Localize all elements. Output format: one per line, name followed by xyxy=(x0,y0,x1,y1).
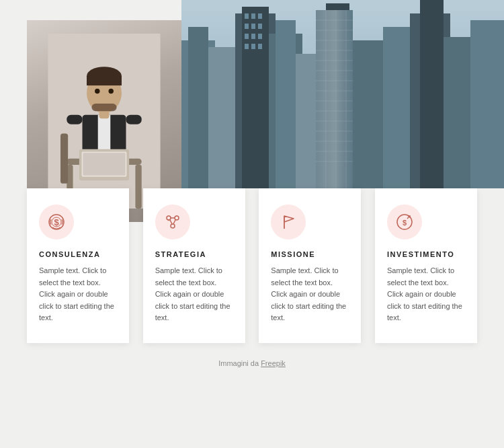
strategia-text: Sample text. Click to select the text bo… xyxy=(155,265,233,324)
svg-rect-18 xyxy=(251,13,255,19)
svg-rect-23 xyxy=(245,34,249,39)
svg-rect-20 xyxy=(245,24,249,29)
svg-rect-62 xyxy=(67,115,82,124)
svg-line-75 xyxy=(173,220,175,224)
svg-rect-21 xyxy=(251,24,255,29)
svg-rect-1 xyxy=(188,27,208,188)
money-circle-icon: $ xyxy=(47,213,66,231)
svg-rect-13 xyxy=(420,0,444,188)
svg-rect-67 xyxy=(83,153,125,175)
footer-credit-text: Immagini da xyxy=(218,359,259,367)
svg-rect-17 xyxy=(245,13,249,19)
missione-title: MISSIONE xyxy=(271,250,349,258)
person-illustration xyxy=(44,34,165,209)
page-wrapper: $ CONSULENZA Sample text. Click to selec… xyxy=(0,0,504,387)
svg-rect-15 xyxy=(470,20,504,188)
footer-credit-link[interactable]: Freepik xyxy=(261,359,286,367)
cards-section: $ CONSULENZA Sample text. Click to selec… xyxy=(0,188,504,343)
investimento-icon-wrapper: $ xyxy=(387,204,422,239)
investment-icon: $ xyxy=(395,213,414,231)
svg-point-73 xyxy=(171,224,175,228)
card-consulenza[interactable]: $ CONSULENZA Sample text. Click to selec… xyxy=(27,188,129,343)
city-image xyxy=(181,0,504,188)
svg-rect-11 xyxy=(383,27,413,188)
consulenza-text: Sample text. Click to select the text bo… xyxy=(39,265,117,324)
card-missione[interactable]: MISSIONE Sample text. Click to select th… xyxy=(259,188,361,343)
svg-rect-59 xyxy=(91,104,116,111)
svg-line-76 xyxy=(170,220,172,224)
missione-icon-wrapper xyxy=(271,204,306,239)
svg-rect-58 xyxy=(87,76,122,85)
card-strategia[interactable]: ✕ · STRATEGIA Sample text. Click to sele… xyxy=(143,188,245,343)
strategia-title: STRATEGIA xyxy=(155,250,233,258)
svg-point-61 xyxy=(109,89,114,94)
svg-rect-52 xyxy=(60,134,68,184)
svg-text:$: $ xyxy=(403,219,407,227)
investimento-text: Sample text. Click to select the text bo… xyxy=(387,265,465,324)
svg-rect-6 xyxy=(276,20,296,188)
images-section xyxy=(0,0,504,215)
flag-icon xyxy=(279,213,298,231)
consulenza-title: CONSULENZA xyxy=(39,250,117,258)
card-investimento[interactable]: $ INVESTIMENTO Sample text. Click to sel… xyxy=(375,188,477,343)
svg-rect-22 xyxy=(258,24,262,29)
svg-rect-2 xyxy=(208,47,235,188)
svg-rect-28 xyxy=(258,44,262,49)
svg-rect-10 xyxy=(353,40,386,188)
svg-rect-63 xyxy=(126,115,142,124)
investimento-title: INVESTIMENTO xyxy=(387,250,465,258)
svg-text:✕: ✕ xyxy=(167,218,170,222)
svg-point-60 xyxy=(95,89,99,94)
strategy-icon: ✕ · xyxy=(163,213,182,231)
strategia-icon-wrapper: ✕ · xyxy=(155,204,190,239)
consulenza-icon-wrapper: $ xyxy=(39,204,74,239)
svg-rect-19 xyxy=(258,13,262,19)
svg-text:·: · xyxy=(176,213,177,217)
footer-credit: Immagini da Freepik xyxy=(0,359,504,367)
svg-rect-25 xyxy=(258,34,262,39)
svg-rect-27 xyxy=(251,44,255,49)
svg-rect-26 xyxy=(245,44,249,49)
svg-rect-24 xyxy=(251,34,255,39)
svg-rect-54 xyxy=(98,115,111,153)
missione-text: Sample text. Click to select the text bo… xyxy=(271,265,349,324)
